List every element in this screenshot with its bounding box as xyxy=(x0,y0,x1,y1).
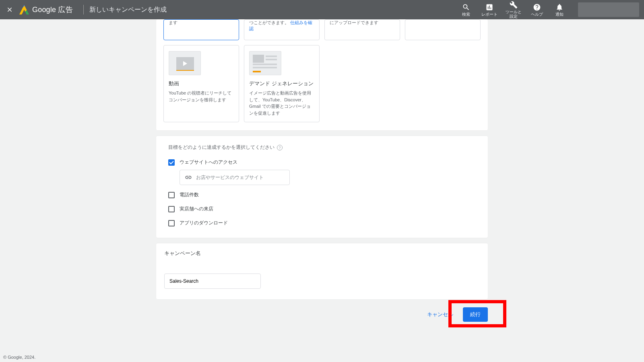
header-separator xyxy=(83,5,84,14)
help-icon xyxy=(533,3,541,11)
footer-buttons: キャンセル 続行 xyxy=(156,305,488,324)
reports-label: レポート xyxy=(481,12,497,16)
goal-option-website[interactable]: ウェブサイトへのアクセス xyxy=(168,156,476,168)
website-url-input[interactable] xyxy=(196,175,285,180)
search-button[interactable]: 検索 xyxy=(459,3,473,16)
checkbox-icon[interactable] xyxy=(168,159,175,166)
campaign-type-card[interactable]: つことができます。 仕組みを確認 xyxy=(244,19,320,40)
card-desc-partial: ます xyxy=(169,20,178,25)
close-button[interactable] xyxy=(5,5,14,14)
campaign-type-card[interactable] xyxy=(405,19,481,40)
card-desc-partial: にアップロードできます xyxy=(330,20,378,25)
page-title: 新しいキャンペーンを作成 xyxy=(89,6,167,14)
card-desc: イメージ広告と動画広告を使用して、YouTube、Discover、Gmail … xyxy=(249,90,314,116)
website-url-field[interactable] xyxy=(180,170,290,185)
reports-button[interactable]: レポート xyxy=(481,3,497,16)
cancel-button[interactable]: キャンセル xyxy=(423,308,457,321)
account-selector[interactable] xyxy=(578,2,639,17)
checkbox-icon[interactable] xyxy=(168,220,175,226)
help-button[interactable]: ヘルプ xyxy=(530,3,544,16)
copyright-footer: © Google, 2024. xyxy=(3,355,35,360)
goal-option-app[interactable]: アプリのダウンロード xyxy=(168,217,476,229)
checkbox-icon[interactable] xyxy=(168,206,175,212)
goal-option-label: 実店舗への来店 xyxy=(180,206,213,212)
product-name-prefix: Google xyxy=(32,6,56,14)
card-desc: YouTube の視聴者にリーチしてコンバージョンを獲得します xyxy=(169,90,234,103)
video-thumbnail-icon xyxy=(169,51,201,75)
link-icon xyxy=(185,174,192,181)
help-icon[interactable]: ? xyxy=(277,145,283,150)
checkbox-icon[interactable] xyxy=(168,192,175,198)
bell-icon xyxy=(555,3,564,11)
ads-logo-icon xyxy=(19,5,29,14)
card-title: デマンド ジェネレーション xyxy=(249,80,314,87)
notifications-button[interactable]: 通知 xyxy=(552,3,567,16)
help-label: ヘルプ xyxy=(531,12,543,16)
bar-chart-icon xyxy=(485,3,493,11)
header-actions: 検索 レポート ツールと 設定 ヘルプ 通知 xyxy=(459,1,639,19)
tools-button[interactable]: ツールと 設定 xyxy=(506,1,522,19)
product-logo: Google 広告 xyxy=(19,5,73,14)
goal-option-phone[interactable]: 電話件数 xyxy=(168,189,476,201)
campaign-type-demand-card[interactable]: デマンド ジェネレーション イメージ広告と動画広告を使用して、YouTube、D… xyxy=(244,45,320,122)
campaign-type-card[interactable]: ます xyxy=(163,19,239,40)
goal-option-label: 電話件数 xyxy=(180,191,199,198)
goal-option-label: アプリのダウンロード xyxy=(180,220,228,226)
app-header: Google 広告 新しいキャンペーンを作成 検索 レポート ツールと 設定 ヘ… xyxy=(0,0,644,19)
search-label: 検索 xyxy=(462,12,470,16)
wrench-icon xyxy=(510,1,518,9)
campaign-name-panel: キャンペーン名 xyxy=(156,243,488,299)
campaign-type-card[interactable]: にアップロードできます xyxy=(324,19,400,40)
goal-achievement-panel: 目標をどのように達成するかを選択してください ? ウェブサイトへのアクセス 電話… xyxy=(156,136,488,238)
search-icon xyxy=(462,3,470,11)
goal-option-store[interactable]: 実店舗への来店 xyxy=(168,203,476,215)
goal-option-label: ウェブサイトへのアクセス xyxy=(180,159,237,166)
card-desc-partial: つことができます。 xyxy=(249,20,290,25)
product-name-suffix: 広告 xyxy=(56,6,73,14)
campaign-name-heading: キャンペーン名 xyxy=(156,243,488,263)
card-title: 動画 xyxy=(169,80,234,87)
tools-label: ツールと 設定 xyxy=(506,10,522,19)
campaign-type-video-card[interactable]: 動画 YouTube の視聴者にリーチしてコンバージョンを獲得します xyxy=(163,45,239,122)
campaign-type-panel: ます つことができます。 仕組みを確認 にアップロードできます 動画 YouTu… xyxy=(156,19,488,130)
notifications-label: 通知 xyxy=(555,12,564,16)
demand-gen-thumbnail-icon xyxy=(249,51,281,75)
campaign-name-input[interactable] xyxy=(164,274,261,289)
continue-button[interactable]: 続行 xyxy=(463,307,488,322)
goal-heading: 目標をどのように達成するかを選択してください xyxy=(168,144,275,151)
